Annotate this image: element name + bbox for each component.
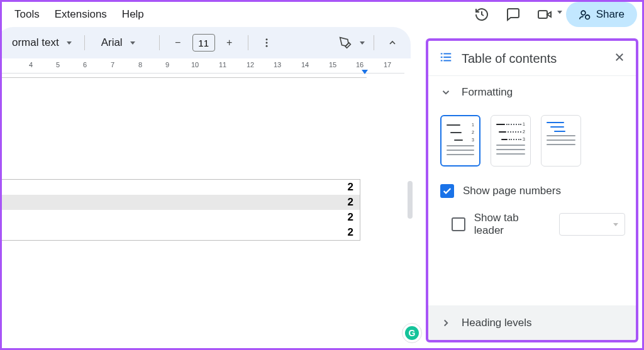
svg-point-4 <box>265 38 267 40</box>
grammarly-icon: G <box>405 326 419 340</box>
toolbar-separator <box>374 35 374 50</box>
grammarly-badge[interactable]: G <box>402 323 422 343</box>
font-label: Arial <box>97 36 126 49</box>
editing-mode-caret[interactable] <box>360 41 365 45</box>
panel-title: Table of contents <box>462 52 605 66</box>
show-page-numbers-checkbox[interactable] <box>440 184 454 198</box>
toolbar: ormal text Arial − 11 + <box>0 27 411 58</box>
svg-point-5 <box>265 42 267 44</box>
show-page-numbers-row: Show page numbers <box>440 184 625 198</box>
close-icon[interactable] <box>614 52 625 66</box>
more-options-button[interactable] <box>257 33 276 52</box>
page-number: 2 <box>348 181 353 194</box>
font-size-input[interactable]: 11 <box>192 34 215 52</box>
ruler-mark: 4 <box>29 61 33 68</box>
ruler-mark: 15 <box>329 61 336 68</box>
svg-rect-7 <box>441 53 443 55</box>
toc-icon <box>439 50 453 67</box>
table-row[interactable]: 2 <box>2 180 360 195</box>
svg-point-6 <box>265 45 267 47</box>
ruler-mark: 17 <box>384 61 391 68</box>
show-tab-leader-checkbox[interactable] <box>452 217 465 231</box>
ruler-mark: 7 <box>111 61 114 68</box>
paragraph-style-dropdown[interactable]: ormal text <box>4 34 75 52</box>
caret-down-icon <box>67 41 72 45</box>
caret-down-icon <box>130 41 135 45</box>
formatting-toggle[interactable]: Formatting <box>440 86 625 99</box>
chevron-down-icon <box>440 87 452 98</box>
ruler-mark: 12 <box>247 61 254 68</box>
share-button[interactable]: Share <box>566 2 637 27</box>
toolbar-separator <box>159 35 160 50</box>
page-number: 2 <box>348 211 353 224</box>
menu-extensions[interactable]: Extensions <box>47 4 114 25</box>
page-top-border <box>2 77 367 109</box>
formatting-section: Formatting 1 2 3 1 2 3 <box>428 76 636 243</box>
table-row[interactable]: 2 <box>2 195 360 210</box>
meet-dropdown-caret[interactable] <box>557 11 562 14</box>
ruler-mark: 11 <box>219 61 226 68</box>
toc-side-panel: Table of contents Formatting 1 2 3 1 <box>427 40 637 341</box>
ruler-mark: 14 <box>301 61 309 68</box>
svg-rect-11 <box>441 60 443 62</box>
top-right-actions: Share <box>467 2 642 27</box>
toolbar-separator <box>84 35 85 50</box>
ruler-mark: 10 <box>191 61 199 68</box>
toc-table[interactable]: 2222 <box>2 179 360 241</box>
ruler-mark: 6 <box>83 61 87 68</box>
history-icon[interactable] <box>472 4 492 25</box>
svg-rect-0 <box>538 11 547 18</box>
comment-icon[interactable] <box>503 4 523 25</box>
svg-rect-8 <box>443 53 451 55</box>
chevron-right-icon <box>440 317 452 329</box>
svg-rect-10 <box>443 57 451 58</box>
show-tab-leader-label: Show tab leader <box>474 212 550 237</box>
caret-down-icon <box>613 223 618 226</box>
toc-style-options: 1 2 3 1 2 3 <box>440 115 625 167</box>
table-row[interactable]: 2 <box>2 225 360 240</box>
menu-tools[interactable]: Tools <box>7 4 47 25</box>
paragraph-style-label: ormal text <box>8 36 63 49</box>
increase-font-button[interactable]: + <box>220 33 239 52</box>
document-canvas[interactable]: 2222 <box>2 77 367 348</box>
panel-header: Table of contents <box>428 40 636 76</box>
page-number: 2 <box>348 226 353 239</box>
meet-icon[interactable] <box>535 4 555 25</box>
ruler-mark: 9 <box>165 61 169 68</box>
ruler-mark: 5 <box>56 61 60 68</box>
toc-style-dotted-numbers[interactable]: 1 2 3 <box>491 115 531 167</box>
page-number: 2 <box>348 196 353 209</box>
toc-style-plain-numbers[interactable]: 1 2 3 <box>440 115 480 167</box>
collapse-toolbar-button[interactable] <box>383 33 402 52</box>
toolbar-separator <box>248 35 248 50</box>
heading-levels-toggle[interactable]: Heading levels <box>428 305 636 341</box>
right-indent-marker[interactable] <box>362 70 368 74</box>
heading-levels-label: Heading levels <box>462 317 532 329</box>
menu-help[interactable]: Help <box>114 4 152 25</box>
share-lock-icon <box>579 8 591 21</box>
svg-rect-9 <box>441 57 443 58</box>
font-dropdown[interactable]: Arial <box>94 34 150 52</box>
editing-mode-button[interactable] <box>336 33 355 52</box>
ruler-mark: 13 <box>274 61 281 68</box>
svg-point-2 <box>581 11 586 15</box>
ruler-mark: 16 <box>356 61 364 68</box>
ruler-mark: 8 <box>138 61 142 68</box>
show-tab-leader-row: Show tab leader <box>452 212 625 237</box>
scrollbar-thumb[interactable] <box>408 181 413 219</box>
svg-rect-12 <box>443 60 451 62</box>
tab-leader-dropdown[interactable] <box>559 213 625 236</box>
share-label: Share <box>596 8 625 21</box>
toc-style-links[interactable] <box>541 115 581 167</box>
formatting-label: Formatting <box>462 86 513 99</box>
ruler[interactable]: 4567891011121314151617 <box>2 58 404 74</box>
table-row[interactable]: 2 <box>2 210 360 225</box>
svg-point-3 <box>585 15 589 19</box>
decrease-font-button[interactable]: − <box>169 33 187 52</box>
show-page-numbers-label: Show page numbers <box>463 185 561 197</box>
